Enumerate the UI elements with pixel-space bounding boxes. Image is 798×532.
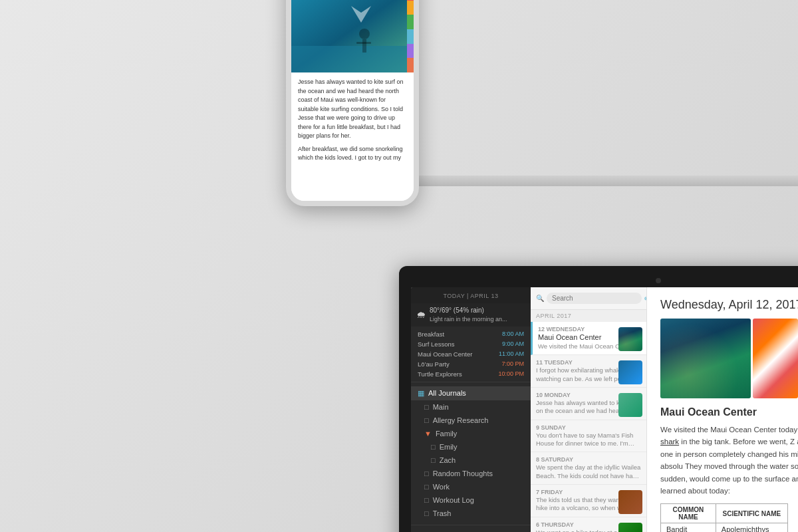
entry-item[interactable]: 7 FRIDAY The kids told us that they want… [531, 485, 646, 517]
search-input[interactable] [547, 293, 642, 304]
nav-label: Emily [440, 443, 458, 451]
table-header-scientific: SCIENTIFIC NAME [716, 504, 787, 523]
color-tab [407, 58, 414, 72]
schedule-name: Maui Ocean Center [418, 350, 472, 358]
phone-photo-svg [291, 0, 414, 72]
weather-desc: Light rain in the morning an... [430, 315, 507, 324]
entry-body-paragraph1: We visited the Maui Ocean Center today! … [660, 424, 798, 497]
sidebar: TODAY | APRIL 13 🌧 80°/69° (54% rain) Li… [411, 287, 531, 532]
sidebar-item-emily[interactable]: □ Emily [411, 440, 531, 454]
sidebar-item-trash[interactable]: □ Trash [411, 507, 531, 520]
photo-cell[interactable] [753, 319, 798, 398]
phone-photo[interactable] [291, 0, 414, 72]
entry-date: 9 SUNDAY [536, 424, 641, 431]
entry-thumbnail [618, 360, 642, 384]
fish-scientific: Apolemichthys Arcuatus [716, 523, 787, 532]
nav-label: Work [433, 483, 450, 491]
svg-rect-3 [362, 39, 366, 53]
nav-label: Random Thoughts [433, 469, 493, 477]
sidebar-item-main[interactable]: □ Main [411, 400, 531, 414]
entry-item[interactable]: 12 WEDNESDAY Maui Ocean Center We visite… [531, 322, 646, 355]
entry-preview: We spent the day at the idyllic Wailea B… [536, 464, 641, 480]
weather-icon: 🌧 [416, 309, 426, 320]
table-header-common: COMMON NAME [661, 504, 716, 523]
entry-month-header: APRIL 2017 [531, 310, 646, 322]
color-tab [407, 29, 414, 44]
nav-label: All Journals [428, 389, 466, 397]
nav-label: Workout Log [433, 496, 474, 504]
schedule-name: Surf Lessons [418, 340, 454, 348]
sidebar-item-all-journals[interactable]: ▦ All Journals [411, 386, 531, 400]
schedule-time: 9:00 AM [502, 340, 524, 348]
phone-color-tabs [407, 0, 414, 72]
entry-item[interactable]: 10 MONDAY Jesse has always wanted to kit… [531, 388, 646, 420]
phone-paragraph-2: After breakfast, we did some snorkeling … [298, 145, 407, 163]
entry-thumbnail [618, 393, 642, 417]
phone-shell: 4:33 PM ●●●●○ WiFi < MONDAY 4/10/17 ⬡ ⓘ [286, 0, 419, 206]
laptop-screen: TODAY | APRIL 13 🌧 80°/69° (54% rain) Li… [411, 287, 798, 532]
phone-entry-text: Jesse has always wanted to kite surf on … [291, 72, 414, 201]
entry-subtitle: Maui Ocean Center [660, 406, 798, 418]
entry-item[interactable]: 9 SUNDAY You don't have to say Mama's Fi… [531, 420, 646, 453]
entry-item[interactable]: 8 SATURDAY We spent the day at the idyll… [531, 452, 646, 485]
schedule-time: 11:00 AM [499, 350, 524, 358]
link-shark[interactable]: great white shark [660, 426, 798, 446]
schedule-time: 10:00 PM [498, 370, 524, 378]
sidebar-item-work[interactable]: □ Work [411, 480, 531, 493]
entry-thumbnail [618, 327, 642, 351]
nav-label: Zach [440, 456, 456, 464]
svg-rect-1 [291, 46, 407, 72]
search-icon: 🔍 [536, 295, 544, 302]
laptop-base [386, 176, 798, 186]
book-icon: □ [424, 496, 429, 504]
schedule-item: Turtle Explorers 10:00 PM [411, 369, 531, 379]
schedule-time: 8:00 AM [502, 331, 524, 338]
schedule-item: Maui Ocean Center 11:00 AM [411, 349, 531, 359]
book-icon: □ [424, 416, 429, 424]
sidebar-nav: ▦ All Journals □ Main □ Allergy Research… [411, 382, 531, 525]
laptop-camera [656, 278, 661, 283]
fish-common: Bandit Angelfish [661, 523, 716, 532]
sidebar-today-label: TODAY | APRIL 13 [418, 293, 524, 299]
sidebar-schedule: Breakfast 8:00 AM Surf Lessons 9:00 AM M… [411, 327, 531, 382]
phone-paragraph-1: Jesse has always wanted to kite surf on … [298, 78, 407, 141]
entry-item[interactable]: 11 TUESDAY I forgot how exhilarating wha… [531, 355, 646, 388]
schedule-time: 7:00 PM [501, 360, 524, 368]
svg-point-2 [359, 29, 370, 39]
sidebar-item-random-thoughts[interactable]: □ Random Thoughts [411, 467, 531, 480]
phone-screen: 4:33 PM ●●●●○ WiFi < MONDAY 4/10/17 ⬡ ⓘ [291, 0, 414, 201]
schedule-item: Surf Lessons 9:00 AM [411, 339, 531, 349]
schedule-name: Lō'au Party [418, 360, 450, 368]
entry-thumbnail [618, 490, 642, 514]
schedule-name: Breakfast [418, 331, 444, 338]
schedule-name: Turtle Explorers [418, 370, 462, 378]
sidebar-calendar: ‹ April 2017 › SMTWTFS 26 27 28 29 [411, 525, 531, 532]
photo-cell[interactable] [660, 319, 751, 398]
entry-preview: You don't have to say Mama's Fish House … [536, 432, 641, 448]
nav-label: Allergy Research [433, 416, 489, 424]
entry-date-title: Wednesday, April 12, 2017 ☀ [660, 298, 798, 312]
table-row: Bandit Angelfish Apolemichthys Arcuatus [661, 523, 788, 532]
weather-temp: 80°/69° (54% rain) [430, 306, 507, 315]
book-icon: □ [424, 403, 429, 411]
folder-icon: ▼ [424, 430, 432, 438]
color-tab [407, 15, 414, 29]
schedule-item: Lō'au Party 7:00 PM [411, 359, 531, 369]
laptop-bezel: TODAY | APRIL 13 🌧 80°/69° (54% rain) Li… [399, 266, 798, 532]
fish-table: COMMON NAME SCIENTIFIC NAME Bandit Angel… [660, 503, 788, 532]
book-icon: □ [424, 469, 429, 477]
sidebar-item-zach[interactable]: □ Zach [411, 454, 531, 467]
book-icon: □ [431, 443, 436, 451]
sidebar-item-allergy[interactable]: □ Allergy Research [411, 414, 531, 427]
schedule-item: Breakfast 8:00 AM [411, 329, 531, 339]
main-content: Wednesday, April 12, 2017 ☀ 📷 📍 [647, 287, 798, 532]
trash-icon: □ [424, 509, 429, 517]
entry-header: Wednesday, April 12, 2017 ☀ 📷 📍 [660, 298, 798, 312]
nav-label: Trash [433, 509, 452, 517]
entry-list: 🔍 ✏ APRIL 2017 12 WEDNESDAY Maui Ocean C… [531, 287, 647, 532]
search-bar: 🔍 ✏ [531, 287, 646, 310]
sidebar-item-family[interactable]: ▼ Family [411, 427, 531, 440]
entry-item[interactable]: 6 THURSDAY We went on a hike today at a … [531, 517, 646, 532]
color-tab [407, 44, 414, 59]
sidebar-item-workout[interactable]: □ Workout Log [411, 493, 531, 507]
